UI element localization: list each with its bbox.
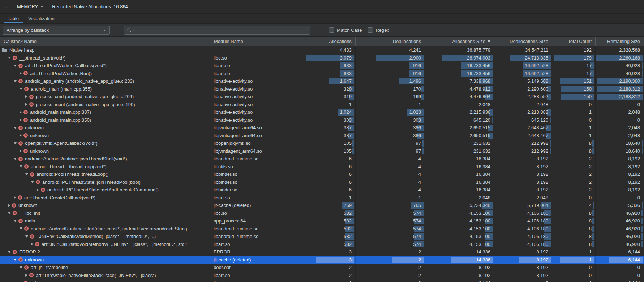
tree-toggle[interactable] — [8, 204, 10, 207]
tree-toggle[interactable] — [20, 118, 22, 121]
table-row[interactable]: process_cmd (android_native_app_glue.c:2… — [0, 93, 644, 101]
table-row[interactable]: art::ThreadPoolWorker::Run() libart.so 9… — [0, 70, 644, 78]
table-row[interactable]: Native heap 4,433 4,241 36,875,779 34,54… — [0, 46, 644, 54]
tree-toggle[interactable] — [8, 251, 11, 253]
tab-visualization[interactable]: Visualization — [23, 14, 59, 23]
tab-table[interactable]: Table — [3, 14, 23, 23]
search-box[interactable] — [124, 26, 310, 35]
tree-toggle[interactable] — [14, 158, 17, 160]
tree-toggle[interactable] — [20, 227, 22, 230]
table-row[interactable]: android::Thread::_threadLoop(void*) libu… — [0, 163, 644, 171]
table-row[interactable]: art::ThreadPoolWorker::Callback(void*) l… — [0, 62, 644, 70]
module-name: libjvmtiagent_arm64.so — [214, 125, 262, 130]
tree-toggle[interactable] — [20, 134, 22, 137]
table-row[interactable]: android::AndroidRuntime::javaThreadShell… — [0, 155, 644, 163]
tree-toggle[interactable] — [14, 142, 17, 144]
deallocations-value: 574 — [413, 218, 421, 224]
tree-toggle[interactable] — [14, 259, 17, 261]
table-row[interactable]: android_main (main.cpp:387) libnative-ac… — [0, 108, 644, 116]
allocations-value: 582 — [344, 242, 352, 247]
tree-toggle[interactable] — [8, 57, 11, 59]
tree-toggle[interactable] — [20, 111, 22, 114]
back-button[interactable]: ← — [5, 3, 11, 10]
search-input[interactable] — [136, 27, 307, 33]
tree-toggle[interactable] — [14, 220, 17, 222]
table-row[interactable]: unknown libjvmtiagent_arm64.so 105 97 23… — [0, 147, 644, 155]
toolbar: Arrange by callstack Match Case Regex — [0, 24, 644, 37]
table-row[interactable]: openjdkjvmti::AgentCallback(void*) libop… — [0, 139, 644, 147]
allocations-cell: 303 — [286, 116, 356, 124]
column-header-total-count[interactable]: Total Count — [552, 37, 596, 46]
regex-checkbox[interactable] — [368, 27, 373, 33]
column-header-callstack-name[interactable]: Callstack Name — [0, 37, 210, 46]
allocations-size-value: 2,650,515 — [469, 133, 490, 138]
tree-toggle[interactable] — [37, 188, 39, 191]
table-row[interactable]: unknown jit-cache (deleted) 3 2 14,336 8… — [0, 256, 644, 264]
tree-toggle[interactable] — [31, 243, 33, 246]
chevron-down-icon[interactable] — [133, 30, 135, 31]
tree-toggle[interactable] — [20, 149, 22, 152]
column-header-deallocations[interactable]: Deallocations — [356, 37, 425, 46]
allocations-size-cell: 2,048 — [425, 101, 494, 109]
deallocations-cell: 2 — [356, 248, 425, 256]
table-row[interactable]: android_app_entry (android_native_app_gl… — [0, 77, 644, 85]
table-row[interactable]: android_main (main.cpp:350) libnative-ac… — [0, 116, 644, 124]
column-header-allocations-size[interactable]: Allocations Size — [425, 37, 494, 46]
tree-toggle[interactable] — [31, 181, 34, 183]
column-header-allocations[interactable]: Allocations — [286, 37, 356, 46]
total-count-cell: 150 — [552, 93, 596, 101]
allocations-value: 387 — [344, 125, 352, 130]
tree-toggle[interactable] — [25, 103, 27, 106]
table-row[interactable]: __pthread_start(void*) libc.so 3,079 2,9… — [0, 54, 644, 62]
allocations-size-cell: 4,153,100 — [425, 217, 494, 225]
allocations-size-cell: 16,384 — [425, 186, 494, 194]
module-name: libbinder.so — [214, 179, 237, 185]
table-row[interactable]: unknown libart.so 1 0 6,144 0 1 6,144 — [0, 279, 644, 282]
table-row[interactable]: main app_process64 582 574 4,153,100 4,1… — [0, 217, 644, 225]
allocations-cell: 582 — [286, 209, 356, 217]
tree-toggle[interactable] — [25, 235, 28, 238]
table-row[interactable]: android_main (main.cpp:355) libnative-ac… — [0, 85, 644, 93]
table-row[interactable]: _JNIEnv::CallStaticVoidMethod(_jclass*, … — [0, 233, 644, 240]
session-selector[interactable]: MEMORY — [17, 4, 43, 9]
tree-toggle[interactable] — [14, 196, 16, 199]
tree-toggle[interactable] — [20, 72, 22, 75]
tree-toggle[interactable] — [20, 88, 22, 90]
chevron-down-icon — [103, 30, 106, 31]
table-row[interactable]: art::JNI::CallStaticVoidMethodV(_JNIEnv*… — [0, 240, 644, 248]
tree-toggle[interactable] — [25, 95, 27, 98]
table-row[interactable]: art::Thread::CreateCallback(void*) libar… — [0, 194, 644, 202]
tree-toggle[interactable] — [8, 212, 11, 214]
table-row[interactable]: unknown jit-cache (deleted) 769 765 5,73… — [0, 201, 644, 209]
tree-toggle[interactable] — [14, 127, 17, 129]
search-icon[interactable] — [127, 28, 132, 33]
tree-toggle[interactable] — [14, 65, 17, 67]
callstack-cell: unknown — [0, 279, 210, 282]
table-row[interactable]: android::IPCThreadState::joinThreadPool(… — [0, 178, 644, 186]
tree-toggle[interactable] — [25, 173, 28, 175]
column-header-module-name[interactable]: Module Name — [210, 37, 286, 46]
table-row[interactable]: __libc_init libc.so 582 574 4,153,100 4,… — [0, 209, 644, 217]
table-row[interactable]: android::IPCThreadState::getAndExecuteCo… — [0, 186, 644, 194]
tree-toggle[interactable] — [20, 165, 22, 168]
tree-toggle[interactable] — [20, 266, 22, 269]
table-row[interactable]: unknown libjvmtiagent_arm64.so 387 386 2… — [0, 124, 644, 132]
column-header-remaining-size[interactable]: Remaining Size — [596, 37, 644, 46]
table-row[interactable]: android::AndroidRuntime::start(char cons… — [0, 225, 644, 233]
column-header-deallocations-size[interactable]: Deallocations Size — [494, 37, 552, 46]
table-row[interactable]: unknown libjvmtiagent_arm64.so 387 386 2… — [0, 132, 644, 140]
table-row[interactable]: ERROR 2 ERROR 3 2 14,336 8,192 1 6,144 — [0, 248, 644, 256]
tree-toggle[interactable] — [14, 80, 17, 82]
table-row[interactable]: art_jni_trampoline boot.oat 2 2 8,192 8,… — [0, 264, 644, 272]
method-icon — [30, 234, 34, 239]
tree-toggle[interactable] — [25, 274, 27, 277]
arrange-by-dropdown[interactable]: Arrange by callstack — [3, 26, 110, 35]
total-count-cell: 151 — [552, 77, 596, 85]
remaining-size-cell: 8,192 — [596, 170, 644, 178]
deallocations-size-cell: 16,692,528 — [494, 70, 552, 78]
remaining-size-value: 46,920 — [626, 218, 640, 224]
table-row[interactable]: android::PoolThread::threadLoop() libbin… — [0, 170, 644, 178]
table-row[interactable]: process_input (android_native_app_glue.c… — [0, 101, 644, 109]
match-case-checkbox[interactable] — [329, 27, 334, 33]
table-row[interactable]: art::Throwable_nativeFillInStackTrace(_J… — [0, 272, 644, 279]
